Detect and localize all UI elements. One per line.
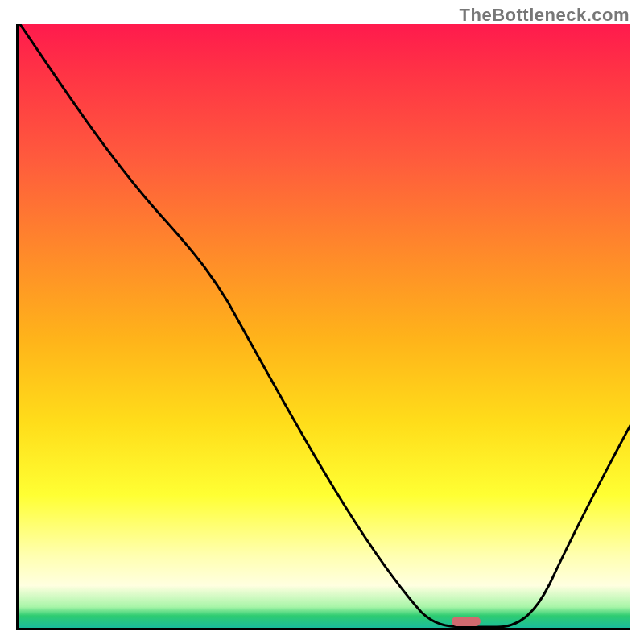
bottleneck-curve xyxy=(19,24,630,627)
plot-area xyxy=(16,24,630,630)
chart-container: TheBottleneck.com xyxy=(0,0,644,644)
optimal-marker xyxy=(452,617,481,626)
watermark-text: TheBottleneck.com xyxy=(460,5,630,26)
curve-svg xyxy=(19,24,630,628)
